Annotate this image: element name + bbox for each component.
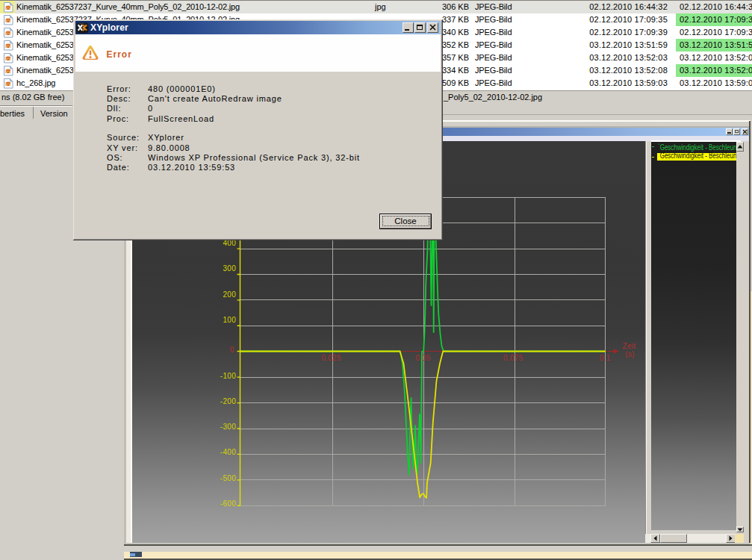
svg-text:-200: -200 xyxy=(220,397,236,405)
svg-text:200: 200 xyxy=(223,290,236,299)
svg-text:0.1: 0.1 xyxy=(600,354,611,362)
svg-text:0: 0 xyxy=(230,346,234,354)
svg-text:0.05: 0.05 xyxy=(415,354,431,362)
svg-text:0.075: 0.075 xyxy=(503,354,523,362)
svg-text:Zeit: Zeit xyxy=(623,342,636,350)
svg-text:-400: -400 xyxy=(220,448,236,456)
svg-text:100: 100 xyxy=(223,316,236,324)
svg-text:300: 300 xyxy=(223,264,236,273)
svg-text:400: 400 xyxy=(223,239,236,247)
svg-text:-300: -300 xyxy=(220,423,236,431)
svg-text:(s): (s) xyxy=(625,350,635,358)
svg-text:0.025: 0.025 xyxy=(321,354,341,362)
svg-text:-100: -100 xyxy=(220,372,236,380)
svg-text:-500: -500 xyxy=(220,474,236,482)
svg-text:-600: -600 xyxy=(220,500,236,508)
